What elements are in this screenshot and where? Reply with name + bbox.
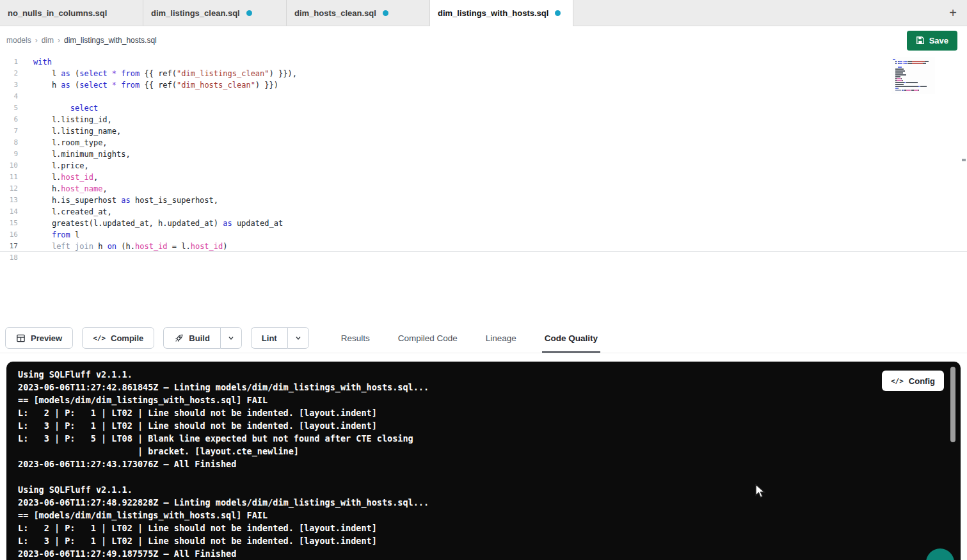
line-number: 14 xyxy=(0,206,18,218)
code-editor[interactable]: 1with2 l as (select * from {{ ref("dim_l… xyxy=(0,54,967,323)
terminal-line: == [models/dim/dim_listings_with_hosts.s… xyxy=(18,394,949,406)
line-number: 1 xyxy=(0,56,18,68)
code-line[interactable]: 7 l.listing_name, xyxy=(0,125,967,137)
mouse-cursor xyxy=(754,484,767,499)
editor-tab[interactable]: dim_hosts_clean.sql xyxy=(287,0,430,26)
code-line[interactable]: 3 h as (select * from {{ ref("dim_hosts_… xyxy=(0,79,967,91)
line-number: 5 xyxy=(0,102,18,114)
lint-split-button: Lint xyxy=(251,327,309,349)
panel-tabs: ResultsCompiled CodeLineageCode Quality xyxy=(339,323,623,353)
code-line[interactable]: 4 xyxy=(0,91,967,102)
preview-button[interactable]: Preview xyxy=(5,327,73,349)
line-number: 16 xyxy=(0,229,18,241)
code-line[interactable]: 17 left join h on (h.host_id = l.host_id… xyxy=(0,241,967,252)
terminal-line: | bracket. [layout.cte_newline] xyxy=(18,445,949,458)
terminal-line: L: 2 | P: 1 | LT02 | Line should not be … xyxy=(18,406,949,419)
editor-scrollbar[interactable] xyxy=(961,54,967,323)
code-text: h as (select * from {{ ref("dim_hosts_cl… xyxy=(18,79,278,91)
new-tab-button[interactable]: + xyxy=(939,6,967,19)
code-lines: 1with2 l as (select * from {{ ref("dim_l… xyxy=(0,56,967,264)
action-bar: Preview </> Compile Build Lint ResultsCo… xyxy=(0,323,967,353)
panel-tab-compiled-code[interactable]: Compiled Code xyxy=(396,323,460,353)
lint-dropdown-button[interactable] xyxy=(287,327,309,349)
code-text: l.created_at, xyxy=(18,206,112,218)
code-line[interactable]: 12 h.host_name, xyxy=(0,183,967,195)
code-icon: </> xyxy=(891,377,904,385)
line-number: 10 xyxy=(0,160,18,172)
code-text: from l xyxy=(18,229,79,241)
scrollbar-thumb[interactable] xyxy=(950,367,955,442)
code-line[interactable]: 13 h.is_superhost as host_is_superhost, xyxy=(0,195,967,206)
terminal-line: 2023-06-06T11:27:49.187575Z — All Finish… xyxy=(18,547,949,560)
code-line[interactable]: 2 l as (select * from {{ ref("dim_listin… xyxy=(0,68,967,79)
code-text: select xyxy=(18,102,98,114)
tab-label: dim_hosts_clean.sql xyxy=(294,8,376,18)
code-line[interactable]: 10 l.price, xyxy=(0,160,967,172)
panel-tab-lineage[interactable]: Lineage xyxy=(483,323,519,353)
build-button[interactable]: Build xyxy=(163,327,220,349)
line-number: 15 xyxy=(0,218,18,229)
code-text: l as (select * from {{ ref("dim_listings… xyxy=(18,68,297,79)
unsaved-changes-dot xyxy=(246,10,252,16)
code-text: l.host_id, xyxy=(18,172,98,183)
line-number: 3 xyxy=(0,79,18,91)
code-line[interactable]: 18 xyxy=(0,252,967,264)
code-line[interactable]: 14 l.created_at, xyxy=(0,206,967,218)
config-label: Config xyxy=(909,376,935,386)
code-line[interactable]: 1with xyxy=(0,56,967,68)
code-line[interactable]: 5 select xyxy=(0,102,967,114)
compile-button[interactable]: </> Compile xyxy=(82,327,154,349)
terminal-line: L: 3 | P: 1 | LT02 | Line should not be … xyxy=(18,534,949,547)
code-text: l.listing_id, xyxy=(18,114,112,125)
code-text: left join h on (h.host_id = l.host_id) xyxy=(18,241,228,252)
code-line[interactable]: 6 l.listing_id, xyxy=(0,114,967,125)
lint-button[interactable]: Lint xyxy=(251,327,287,349)
line-number: 2 xyxy=(0,68,18,79)
code-line[interactable]: 9 l.minimum_nights, xyxy=(0,148,967,160)
code-text: l.minimum_nights, xyxy=(18,148,131,160)
code-text: l.listing_name, xyxy=(18,125,121,137)
terminal-line: 2023-06-06T11:27:43.173076Z — All Finish… xyxy=(18,458,949,470)
breadcrumb-item[interactable]: dim xyxy=(42,36,54,45)
breadcrumb-item[interactable]: dim_listings_with_hosts.sql xyxy=(64,36,157,45)
code-text: h.host_name, xyxy=(18,183,108,195)
unsaved-changes-dot xyxy=(555,10,561,16)
terminal-line: L: 3 | P: 1 | LT02 | Line should not be … xyxy=(18,419,949,432)
editor-tab[interactable]: dim_listings_with_hosts.sql xyxy=(430,0,573,26)
minimap[interactable] xyxy=(891,57,935,94)
terminal-line: L: 2 | P: 1 | LT02 | Line should not be … xyxy=(18,522,949,534)
compile-label: Compile xyxy=(111,333,143,343)
panel-tab-code-quality[interactable]: Code Quality xyxy=(542,323,600,353)
file-tab-bar: no_nulls_in_columns.sqldim_listings_clea… xyxy=(0,0,967,26)
save-icon xyxy=(916,36,925,45)
code-text: l.price, xyxy=(18,160,89,172)
line-number: 13 xyxy=(0,195,18,206)
terminal-line: Using SQLFluff v2.1.1. xyxy=(18,483,949,496)
code-icon: </> xyxy=(93,334,106,342)
preview-label: Preview xyxy=(31,333,62,343)
panel-tab-results[interactable]: Results xyxy=(339,323,372,353)
editor-tab[interactable]: dim_listings_clean.sql xyxy=(143,0,287,26)
editor-tab[interactable]: no_nulls_in_columns.sql xyxy=(0,0,143,26)
code-line[interactable]: 16 from l xyxy=(0,229,967,241)
terminal-line: Using SQLFluff v2.1.1. xyxy=(18,368,949,381)
tab-label: dim_listings_clean.sql xyxy=(151,8,240,18)
line-number: 8 xyxy=(0,137,18,148)
code-line[interactable]: 8 l.room_type, xyxy=(0,137,967,148)
build-split-button: Build xyxy=(163,327,242,349)
code-line[interactable]: 11 l.host_id, xyxy=(0,172,967,183)
code-text: l.room_type, xyxy=(18,137,108,148)
code-line[interactable]: 15 greatest(l.updated_at, h.updated_at) … xyxy=(0,218,967,229)
terminal-scrollbar[interactable] xyxy=(950,367,955,560)
save-button-label: Save xyxy=(929,36,948,45)
breadcrumb-bar: models›dim›dim_listings_with_hosts.sql S… xyxy=(0,26,967,54)
terminal-panel: Using SQLFluff v2.1.1.2023-06-06T11:27:4… xyxy=(6,362,961,560)
config-button[interactable]: </> Config xyxy=(882,371,944,391)
lint-label: Lint xyxy=(262,333,277,343)
build-dropdown-button[interactable] xyxy=(220,327,242,349)
terminal-line: 2023-06-06T11:27:42.861845Z — Linting mo… xyxy=(18,381,949,394)
breadcrumb-item[interactable]: models xyxy=(6,36,31,45)
save-button[interactable]: Save xyxy=(907,31,957,51)
code-text: greatest(l.updated_at, h.updated_at) as … xyxy=(18,218,283,229)
code-text: h.is_superhost as host_is_superhost, xyxy=(18,195,218,206)
